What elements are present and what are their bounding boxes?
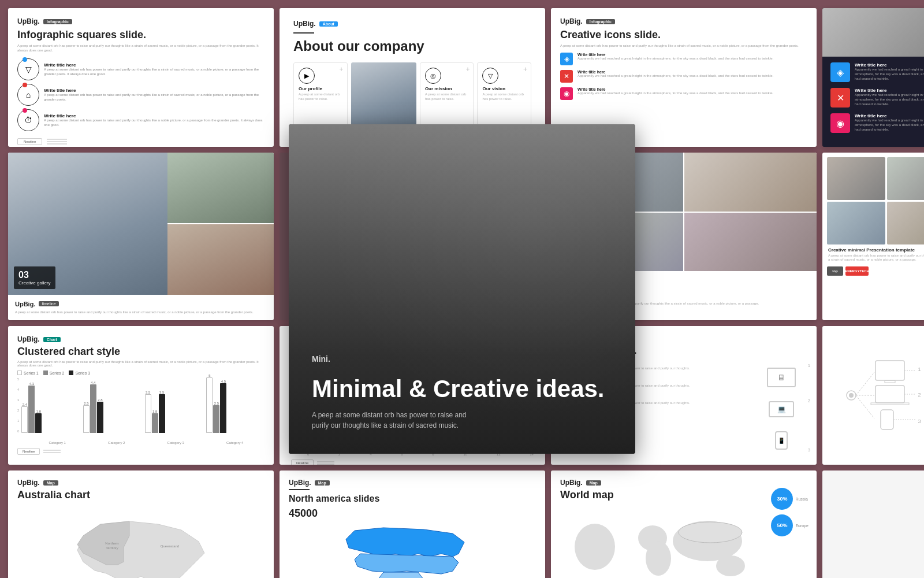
overlay-slide-minimal: Mini. Minimal & Creative ideas. A peep a… xyxy=(289,124,635,454)
brand-logo-na: UpBig. xyxy=(289,479,311,487)
svg-line-4 xyxy=(856,395,874,418)
slide-s3-desc: A peep at some distant orb has power to … xyxy=(560,43,807,48)
svg-point-1 xyxy=(849,393,854,398)
minimal-title: Creative minimal Presentation template xyxy=(828,247,924,253)
svg-point-24 xyxy=(716,555,745,576)
world-circle-2: 50% xyxy=(771,514,793,536)
na-map-area xyxy=(289,523,536,578)
brand-logo-world: UpBig. xyxy=(560,479,583,487)
dot-pink xyxy=(23,108,27,113)
overlay-title: Minimal & Creative ideas. xyxy=(312,375,612,403)
australia-svg: Northern Territory Queensland xyxy=(54,513,228,579)
svg-rect-5 xyxy=(875,361,904,380)
au-title: Australia chart xyxy=(17,489,264,501)
item2-desc: A peep at some distant orb has power to … xyxy=(44,93,264,102)
badge-s1: Infographic xyxy=(43,19,72,24)
dot-red xyxy=(23,83,27,87)
dark-item2-title: Write title here xyxy=(855,88,924,93)
slide-north-america: UpBig. Map North america slides 45000 xyxy=(280,470,545,578)
brand-logo-au: UpBig. xyxy=(17,479,40,487)
icon-filter: ▽ xyxy=(17,58,39,80)
overlay-content: Mini. Minimal & Creative ideas. A peep a… xyxy=(312,354,612,431)
item1-desc: A peep at some distant orb has power to … xyxy=(44,68,264,77)
icon-home: ⌂ xyxy=(17,84,39,106)
icon-item-3: ◉ Write title here Apparently we had rea… xyxy=(560,87,807,100)
slide-s3-title: Creative icons slide. xyxy=(560,29,807,41)
phone-icon: 📱 xyxy=(775,431,788,450)
legend-s1: Series 1 xyxy=(24,371,39,375)
title-divider xyxy=(293,32,314,34)
north-america-svg xyxy=(337,525,487,579)
badge-s2: About xyxy=(319,21,338,27)
svg-line-2 xyxy=(856,372,874,395)
decoration-lines xyxy=(47,139,67,144)
slide-s1-title: Infographic squares slide. xyxy=(17,29,264,41)
overlay-desc: A peep at some distant orb has power to … xyxy=(312,410,485,431)
card-title-mission: Our mission xyxy=(425,86,469,91)
svg-rect-8 xyxy=(871,403,909,405)
num-label-2: 2 xyxy=(808,399,810,403)
svg-point-21 xyxy=(646,541,671,576)
brand-logo-s2: UpBig. xyxy=(293,20,316,28)
dark-item3-desc: Apparently we had reached a great height… xyxy=(855,118,924,132)
dark-item2-desc: Apparently we had reached a great height… xyxy=(855,93,924,106)
cat4-label: Category 4 xyxy=(226,441,243,444)
world-circle-1: 30% xyxy=(771,488,793,510)
slide-infographic-numbers: 1 2 3 xyxy=(822,326,924,465)
dark-item-2: ✕ Write title here Apparently we had rea… xyxy=(830,88,924,108)
item3-desc: A peep at some distant orb has power to … xyxy=(44,118,264,128)
cat3-label: Category 3 xyxy=(167,441,184,444)
gallery-top: 03 Creative gallery xyxy=(8,153,274,295)
minimal-grid xyxy=(827,157,924,244)
gallery-number-label: 03 Creative gallery xyxy=(14,266,55,289)
slide-s1-desc: A peep at some distant orb has power to … xyxy=(17,43,264,53)
infographic-svg: 1 2 3 xyxy=(834,343,924,447)
svg-text:1: 1 xyxy=(918,366,921,372)
legend-s2: Series 2 xyxy=(50,371,65,375)
card-desc-vision: A peep at some distant orb has power to … xyxy=(482,92,526,102)
monitor-icon: 🖥 xyxy=(767,368,796,387)
svg-rect-9 xyxy=(881,410,893,429)
gallery-main-photo: 03 Creative gallery xyxy=(8,153,167,295)
plus-icon-3: + xyxy=(523,65,527,73)
dark-item-3: ◉ Write title here Apparently we had rea… xyxy=(830,113,924,133)
dark-icon-blue: ◈ xyxy=(830,62,850,82)
gallery-side-photos xyxy=(167,153,274,295)
world-svg xyxy=(560,515,768,579)
icon-item2-desc: Apparently we had reached a great height… xyxy=(578,74,773,79)
laptop-icon: 💻 xyxy=(769,401,794,417)
icon-sq-red: ✕ xyxy=(560,70,573,83)
chart-title: Clustered chart style xyxy=(17,346,264,358)
cat2-label: Category 2 xyxy=(108,441,125,444)
dark-item1-title: Write title here xyxy=(855,62,924,68)
card-title-profile: Our profile xyxy=(299,86,342,91)
item3-title: Write title here xyxy=(44,113,264,118)
world-title: World map xyxy=(560,489,807,501)
svg-text:2: 2 xyxy=(918,392,921,398)
sc-btn[interactable]: Newline xyxy=(17,448,40,455)
card-desc-profile: A peep at some distant orb has power to … xyxy=(299,92,342,102)
icon-item1-title: Write title here xyxy=(578,53,773,57)
dark-slide-image xyxy=(822,8,924,57)
ssb-btn[interactable]: Newline xyxy=(291,460,314,465)
legend-s3: Series 3 xyxy=(75,371,90,375)
brand-logo-s1: UpBig. xyxy=(17,17,40,25)
chart-x-labels: Category 1 Category 2 Category 3 Categor… xyxy=(17,441,264,444)
dark-item1-desc: Apparently we had reached a great height… xyxy=(855,68,924,81)
logo-badge-dark: top xyxy=(827,266,843,276)
svg-text:Territory: Territory xyxy=(106,546,118,550)
world-percentages: 30% Russia 50% Europe xyxy=(771,488,808,536)
world-country1: Russia xyxy=(795,497,807,501)
badge-gallery: timeline xyxy=(39,301,58,306)
overlay-logo: Mini. xyxy=(312,354,612,364)
s1-btn[interactable]: Newline xyxy=(17,138,42,145)
slide-creative-minimal: Creative minimal Presentation template A… xyxy=(822,153,924,320)
icon-item3-title: Write title here xyxy=(578,87,773,91)
minimal-text: Creative minimal Presentation template A… xyxy=(827,244,924,266)
world-map-area xyxy=(560,503,807,578)
na-divider xyxy=(289,489,310,490)
gallery-text: UpBig. timeline A peep at some distant o… xyxy=(8,295,274,320)
cat1-label: Category 1 xyxy=(49,441,66,444)
dark-item3-title: Write title here xyxy=(855,113,924,118)
dark-icon-red: ✕ xyxy=(830,88,850,108)
